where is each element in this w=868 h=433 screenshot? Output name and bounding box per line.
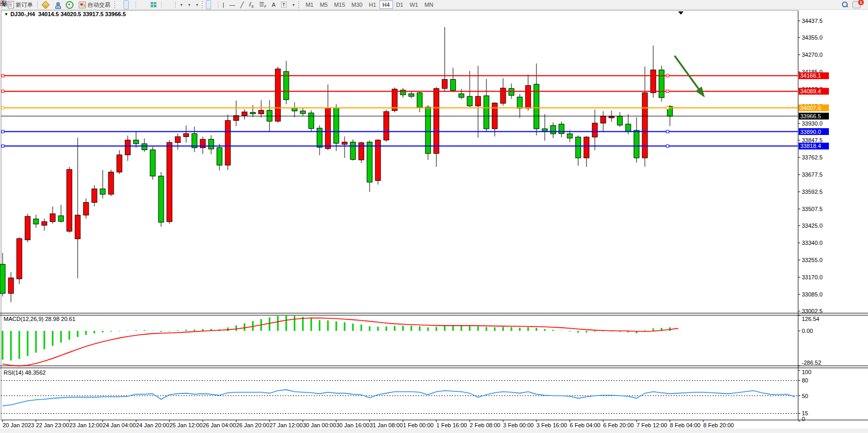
svg-text:33592.5: 33592.5	[802, 189, 823, 195]
svg-text:23 Jan 12:00: 23 Jan 12:00	[69, 422, 103, 428]
svg-text:7 Feb 12:00: 7 Feb 12:00	[637, 422, 667, 428]
text-label-button[interactable]: T	[278, 0, 290, 9]
chart-ohlc: 34014.5 34020.5 33917.5 33966.5	[38, 11, 126, 17]
auto-trading-button[interactable]: 自动交易	[76, 0, 113, 9]
svg-text:50: 50	[802, 393, 808, 399]
auto-trading-icon	[79, 2, 86, 8]
chart-title[interactable]: ▼DJ30-,H4 34014.5 34020.5 33917.5 33966.…	[4, 11, 126, 17]
svg-text:33425.0: 33425.0	[802, 222, 823, 229]
line-chart-button[interactable]	[129, 0, 134, 9]
svg-text:0: 0	[802, 416, 805, 422]
svg-text:33847.5: 33847.5	[802, 137, 823, 143]
svg-text:34089.4: 34089.4	[800, 88, 821, 94]
notification-badge: 1	[858, 0, 864, 5]
separator	[37, 1, 38, 8]
chevron-down-icon: ▾	[180, 3, 182, 7]
horizontal-line-icon: —	[229, 2, 235, 8]
channel-button[interactable]: ⫽E	[247, 0, 257, 9]
svg-text:8 Feb 04:00: 8 Feb 04:00	[670, 422, 701, 428]
svg-text:25 Jan 12:00: 25 Jan 12:00	[169, 422, 203, 428]
chat-icon[interactable]: 1	[852, 1, 861, 8]
chart-canvas[interactable]: 34437.534355.034270.034185.034100.034015…	[0, 0, 868, 433]
crosshair-button[interactable]	[211, 0, 216, 9]
timeframe-M30[interactable]: M30	[348, 1, 365, 9]
new-order-label: 新订单	[16, 1, 33, 9]
svg-text:6 Feb 20:00: 6 Feb 20:00	[603, 422, 634, 428]
timeframe-MN[interactable]: MN	[421, 1, 436, 9]
trendline-icon: ╱	[240, 2, 244, 8]
svg-text:30 Jan 16:00: 30 Jan 16:00	[336, 422, 370, 428]
separator	[136, 1, 136, 8]
svg-text:24 Jan 20:00: 24 Jan 20:00	[136, 422, 169, 428]
chart-shift-button[interactable]	[168, 0, 174, 9]
svg-text:1 Feb 16:00: 1 Feb 16:00	[436, 422, 467, 428]
horizontal-line-button[interactable]: —	[227, 0, 238, 9]
timeframe-M15[interactable]: M15	[331, 1, 348, 9]
fibonacci-icon: ☰F	[259, 1, 266, 8]
candlestick-chart-button[interactable]	[124, 0, 129, 9]
new-order-button[interactable]: 新订单	[5, 0, 35, 9]
indicators-button[interactable]: ▾	[177, 0, 185, 9]
zoom-out-button[interactable]	[143, 0, 148, 9]
svg-text:-286.52: -286.52	[802, 360, 821, 366]
text-button[interactable]: A	[269, 0, 278, 9]
svg-text:100: 100	[802, 369, 811, 375]
templates-button[interactable]: ▾	[193, 0, 201, 9]
new-order-icon	[8, 1, 14, 8]
zoom-in-button[interactable]	[138, 0, 143, 9]
chevron-down-icon: ▾	[188, 3, 190, 7]
svg-text:34355.0: 34355.0	[802, 34, 823, 41]
trendline-button[interactable]: ╱	[238, 0, 247, 9]
tile-windows-icon	[151, 2, 157, 8]
timeframe-H1[interactable]: H1	[366, 1, 380, 9]
svg-text:6 Feb 04:00: 6 Feb 04:00	[570, 422, 601, 428]
svg-text:3 Feb 16:00: 3 Feb 16:00	[536, 422, 567, 428]
auto-scroll-button[interactable]	[163, 0, 168, 9]
svg-text:2 Feb 08:00: 2 Feb 08:00	[470, 422, 500, 428]
svg-text:34166.1: 34166.1	[800, 72, 821, 79]
svg-text:26 Jan 04:00: 26 Jan 04:00	[203, 422, 236, 428]
svg-text:34437.5: 34437.5	[802, 18, 823, 24]
svg-text:30 Jan 00:00: 30 Jan 00:00	[303, 422, 336, 428]
auto-trading-label: 自动交易	[88, 1, 111, 9]
svg-text:33170.0: 33170.0	[802, 274, 823, 280]
svg-text:33818.4: 33818.4	[800, 143, 821, 149]
svg-text:3 Feb 00:00: 3 Feb 00:00	[503, 422, 534, 428]
charts-profile-button[interactable]	[39, 0, 52, 9]
toolbar-grip	[202, 1, 205, 8]
symbol-dropdown-icon: ▼	[4, 12, 8, 17]
svg-text:33966.5: 33966.5	[800, 113, 821, 119]
fibonacci-button[interactable]: ☰F	[256, 0, 269, 9]
svg-text:126.54: 126.54	[802, 316, 820, 322]
market-watch-button[interactable]	[52, 0, 63, 9]
svg-text:33002.5: 33002.5	[802, 308, 823, 314]
periods-button[interactable]: ▾	[185, 0, 193, 9]
timeframe-M1[interactable]: M1	[302, 1, 316, 9]
timeframe-H4[interactable]: H4	[380, 1, 393, 9]
svg-text:33930.0: 33930.0	[802, 120, 823, 127]
cursor-button[interactable]	[206, 0, 211, 9]
main-toolbar: 新订单 自动交易 ▾ ▾ ▾	[0, 0, 868, 10]
arrows-icon	[0, 0, 7, 7]
timeframe-W1[interactable]: W1	[407, 1, 422, 9]
bar-chart-button[interactable]	[118, 0, 124, 9]
vertical-line-button[interactable]: |	[220, 0, 227, 9]
svg-text:33255.0: 33255.0	[802, 257, 823, 263]
svg-text:33507.5: 33507.5	[802, 206, 823, 212]
separator	[161, 1, 162, 8]
tile-windows-button[interactable]	[148, 0, 160, 9]
svg-text:34007.6: 34007.6	[800, 105, 821, 111]
svg-text:31 Jan 08:00: 31 Jan 08:00	[370, 422, 403, 428]
vertical-line-icon: |	[223, 2, 224, 8]
svg-text:33340.0: 33340.0	[802, 240, 823, 246]
arrows-button[interactable]: ▾	[289, 0, 297, 9]
svg-text:20 Jan 2023: 20 Jan 2023	[3, 422, 34, 428]
chart-symbol: DJ30-,H4	[10, 11, 35, 17]
timeframe-D1[interactable]: D1	[393, 1, 407, 9]
data-window-button[interactable]	[63, 0, 76, 9]
search-icon[interactable]	[842, 2, 848, 8]
text-icon: A	[272, 2, 275, 8]
svg-text:24 Jan 04:00: 24 Jan 04:00	[103, 422, 136, 428]
timeframe-M5[interactable]: M5	[316, 1, 331, 9]
gold-charts-icon	[42, 1, 50, 9]
